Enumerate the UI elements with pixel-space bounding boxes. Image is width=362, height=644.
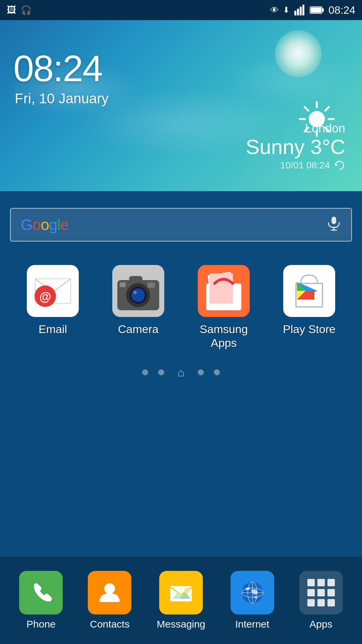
email-app-icon: @ [27, 265, 79, 317]
signal-icon [294, 4, 306, 16]
email-app[interactable]: @ Email [19, 265, 86, 350]
apps-dot-1 [307, 579, 315, 586]
status-right-icons: 👁 ⬇ 08:24 [270, 4, 355, 16]
play-store-icon [283, 265, 335, 317]
svg-rect-16 [331, 217, 336, 224]
svg-rect-29 [147, 282, 155, 288]
phone-dock-icon [19, 571, 63, 614]
weather-city: London [246, 121, 345, 136]
apps-dot-8 [317, 599, 325, 606]
samsung-apps-app[interactable]: SamsungApps [190, 265, 257, 350]
page-dot-1[interactable] [142, 369, 148, 375]
weather-condition: Sunny [246, 135, 305, 158]
weather-condition-temp: Sunny 3°C [246, 136, 345, 158]
samsung-apps-icon [198, 265, 250, 317]
svg-rect-0 [294, 11, 296, 15]
svg-rect-43 [170, 586, 192, 601]
contacts-dock-icon [88, 571, 131, 614]
messaging-dock-item[interactable]: Messaging [157, 571, 205, 630]
dock: Phone Contacts Messaging [0, 557, 362, 644]
svg-rect-2 [300, 7, 302, 15]
status-left-icons: 🖼 🎧 [7, 5, 32, 15]
phone-dock-label: Phone [26, 619, 56, 630]
headset-icon: 🎧 [21, 6, 32, 14]
apps-dot-6 [327, 589, 335, 596]
battery-icon [310, 5, 324, 15]
svg-text:@: @ [39, 290, 51, 304]
svg-rect-31 [129, 276, 142, 282]
svg-line-12 [305, 107, 308, 111]
svg-point-28 [133, 291, 137, 294]
svg-point-42 [104, 583, 115, 594]
weather-info: London Sunny 3°C 10/01 08:24 [246, 121, 345, 171]
photo-icon: 🖼 [7, 5, 16, 15]
apps-dock-item[interactable]: Apps [299, 571, 343, 630]
svg-rect-30 [120, 282, 126, 287]
svg-point-27 [131, 288, 145, 302]
microphone-icon[interactable] [326, 216, 341, 234]
contacts-dock-label: Contacts [90, 619, 129, 630]
weather-temp: 3°C [310, 135, 345, 158]
google-search-bar[interactable]: Google [10, 208, 352, 241]
internet-dock-item[interactable]: Internet [231, 571, 274, 630]
svg-rect-5 [322, 8, 324, 12]
internet-dock-icon [231, 571, 274, 614]
weather-date: Fri, 10 January [15, 91, 109, 107]
page-dot-2[interactable] [158, 369, 164, 375]
status-time: 08:24 [328, 4, 355, 16]
play-store-app[interactable]: Play Store [276, 265, 343, 350]
weather-background: 08:24 Fri, 10 January London Sunny 3°C [0, 20, 362, 191]
svg-rect-35 [209, 273, 233, 304]
apps-dot-9 [327, 599, 335, 606]
messaging-dock-icon [159, 571, 203, 614]
page-dots: ⌂ [0, 366, 362, 379]
samsung-apps-label: SamsungApps [200, 322, 248, 350]
svg-rect-1 [297, 9, 299, 15]
svg-rect-3 [302, 5, 304, 15]
apps-dot-3 [327, 579, 335, 586]
contacts-dock-item[interactable]: Contacts [88, 571, 131, 630]
status-bar: 🖼 🎧 👁 ⬇ 08:24 [0, 0, 362, 20]
apps-dock-icon [299, 571, 343, 614]
apps-dot-7 [307, 599, 315, 606]
svg-line-14 [325, 107, 329, 111]
camera-app[interactable]: Camera [105, 265, 172, 350]
home-icon: ⌂ [178, 366, 185, 379]
apps-dock-label: Apps [309, 619, 332, 630]
eye-icon: 👁 [270, 6, 279, 14]
apps-grid: @ Email [0, 265, 362, 350]
camera-app-icon [112, 265, 164, 317]
phone-dock-item[interactable]: Phone [19, 571, 63, 630]
home-dot[interactable]: ⌂ [174, 366, 188, 379]
internet-dock-label: Internet [235, 619, 269, 630]
email-app-label: Email [39, 322, 67, 336]
messaging-dock-label: Messaging [157, 619, 205, 630]
page-dot-4[interactable] [198, 369, 204, 375]
camera-app-label: Camera [118, 322, 159, 336]
download-icon: ⬇ [283, 6, 290, 14]
svg-point-46 [184, 588, 190, 593]
apps-dot-4 [307, 589, 315, 596]
apps-grid-dots [302, 574, 340, 612]
apps-dot-5 [317, 589, 325, 596]
weather-timestamp: 10/01 08:24 [246, 160, 345, 171]
svg-rect-6 [311, 7, 321, 13]
play-store-label: Play Store [283, 322, 336, 336]
page-dot-5[interactable] [214, 369, 220, 375]
google-logo: Google [21, 216, 68, 234]
weather-widget: 08:24 Fri, 10 January London Sunny 3°C [0, 20, 362, 191]
weather-clock: 08:24 [13, 47, 102, 90]
apps-dot-2 [317, 579, 325, 586]
weather-ts-text: 10/01 08:24 [280, 160, 330, 171]
refresh-icon [334, 160, 345, 171]
